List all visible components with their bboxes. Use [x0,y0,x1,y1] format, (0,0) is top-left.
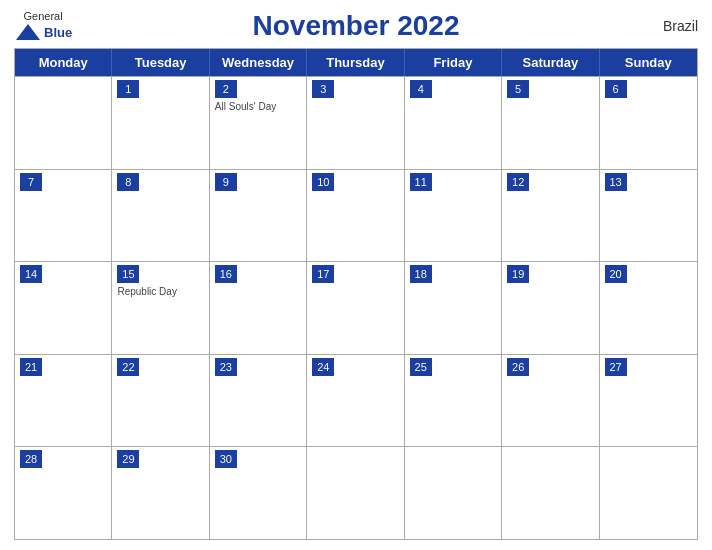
calendar-body: 12All Souls' Day3456789101112131415Repub… [15,76,697,539]
day-number: 2 [215,80,237,98]
calendar-row: 21222324252627 [15,354,697,447]
day-number: 6 [605,80,627,98]
calendar-cell: 28 [15,447,112,539]
calendar-cell: 14 [15,262,112,354]
calendar-cell: 25 [405,355,502,447]
day-number: 21 [20,358,42,376]
day-number: 1 [117,80,139,98]
logo-general: General [24,10,63,22]
calendar-cell: 26 [502,355,599,447]
calendar-cell: 8 [112,170,209,262]
page-title: November 2022 [252,10,459,42]
calendar-cell: 16 [210,262,307,354]
calendar-cell: 15Republic Day [112,262,209,354]
day-number: 7 [20,173,42,191]
calendar-cell: 19 [502,262,599,354]
day-number: 5 [507,80,529,98]
day-number: 12 [507,173,529,191]
svg-marker-0 [16,24,40,40]
calendar-cell: 23 [210,355,307,447]
day-number: 22 [117,358,139,376]
calendar-cell [600,447,697,539]
logo: General Blue [14,10,72,42]
day-number: 17 [312,265,334,283]
calendar-cell: 9 [210,170,307,262]
day-number: 9 [215,173,237,191]
calendar-cell: 27 [600,355,697,447]
calendar-cell: 13 [600,170,697,262]
day-number: 3 [312,80,334,98]
calendar-cell [307,447,404,539]
weekday-header: Saturday [502,49,599,76]
calendar-cell: 2All Souls' Day [210,77,307,169]
logo-blue: Blue [44,25,72,40]
day-number: 8 [117,173,139,191]
weekday-header: Thursday [307,49,404,76]
day-number: 10 [312,173,334,191]
day-number: 11 [410,173,432,191]
calendar-cell: 17 [307,262,404,354]
calendar-cell: 7 [15,170,112,262]
day-number: 20 [605,265,627,283]
day-number: 14 [20,265,42,283]
day-number: 18 [410,265,432,283]
day-number: 13 [605,173,627,191]
day-number: 16 [215,265,237,283]
day-number: 23 [215,358,237,376]
calendar-cell [15,77,112,169]
header: General Blue November 2022 Brazil [14,10,698,42]
day-number: 29 [117,450,139,468]
holiday-label: Republic Day [117,286,203,297]
day-number: 26 [507,358,529,376]
day-number: 30 [215,450,237,468]
calendar-cell: 10 [307,170,404,262]
calendar-cell: 20 [600,262,697,354]
calendar-row: 12All Souls' Day3456 [15,76,697,169]
weekday-header: Friday [405,49,502,76]
calendar-row: 282930 [15,446,697,539]
day-number: 19 [507,265,529,283]
day-number: 15 [117,265,139,283]
calendar-cell: 24 [307,355,404,447]
calendar-page: General Blue November 2022 Brazil Monday… [0,0,712,550]
day-number: 24 [312,358,334,376]
calendar-cell: 5 [502,77,599,169]
calendar-cell: 3 [307,77,404,169]
holiday-label: All Souls' Day [215,101,301,112]
weekday-header: Wednesday [210,49,307,76]
calendar-cell [405,447,502,539]
calendar-cell [502,447,599,539]
calendar-row: 78910111213 [15,169,697,262]
calendar-cell: 6 [600,77,697,169]
calendar-cell: 4 [405,77,502,169]
calendar-cell: 1 [112,77,209,169]
calendar: MondayTuesdayWednesdayThursdayFridaySatu… [14,48,698,540]
day-number: 28 [20,450,42,468]
calendar-header: MondayTuesdayWednesdayThursdayFridaySatu… [15,49,697,76]
logo-icon [14,22,42,42]
day-number: 27 [605,358,627,376]
country-label: Brazil [663,18,698,34]
day-number: 4 [410,80,432,98]
calendar-cell: 18 [405,262,502,354]
weekday-header: Sunday [600,49,697,76]
calendar-cell: 11 [405,170,502,262]
calendar-cell: 12 [502,170,599,262]
calendar-cell: 30 [210,447,307,539]
weekday-header: Monday [15,49,112,76]
day-number: 25 [410,358,432,376]
calendar-cell: 21 [15,355,112,447]
calendar-cell: 29 [112,447,209,539]
calendar-cell: 22 [112,355,209,447]
weekday-header: Tuesday [112,49,209,76]
calendar-row: 1415Republic Day1617181920 [15,261,697,354]
